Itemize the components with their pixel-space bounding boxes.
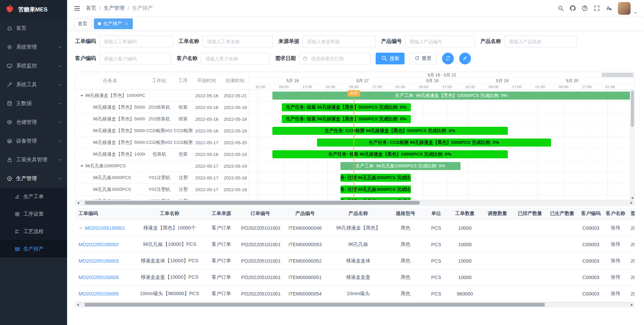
gantt-hour-label: 09:00 — [419, 84, 429, 90]
work-order-link[interactable]: MO202205150004 — [78, 275, 119, 280]
menu-fold-icon[interactable] — [74, 5, 80, 12]
source-doc-input[interactable] — [303, 36, 376, 47]
table-row[interactable]: MO202205150001移液盒【黑色】10000个客户订单PO2022051… — [75, 220, 635, 236]
gantt-bar[interactable]: 生产工单: 96孔移液盒【黑色】10000PCS 完成比例: 0% — [272, 92, 631, 100]
customer-code-input[interactable] — [99, 53, 171, 64]
sidebar-item-fixture-management[interactable]: 工装夹具管理 — [0, 150, 67, 169]
scrollbar-thumb[interactable] — [85, 303, 545, 307]
scroll-left-arrow-icon[interactable] — [75, 202, 81, 204]
work-order-link[interactable]: MO202205150005 — [78, 291, 119, 296]
scroll-left-arrow-icon[interactable] — [75, 304, 80, 306]
close-icon[interactable] — [125, 22, 129, 26]
gantt-bar[interactable]: 生产任务: 组装 96孔移液盒【黑色】5000PCS 完成比例: 0% — [282, 103, 411, 111]
sidebar-item-system-monitor[interactable]: 系统监控 — [0, 56, 67, 75]
scrollbar-thumb[interactable] — [631, 91, 634, 127]
gantt-task-row[interactable]: 96孔移液盒【黑色】10000PCS2022-05-162022-05-21 — [75, 90, 249, 102]
gantt-task-start: 2022-05-17 — [193, 164, 221, 169]
chevron-down-icon[interactable] — [78, 226, 83, 230]
scrollbar-thumb[interactable] — [85, 201, 420, 205]
work-order-code-input[interactable] — [99, 36, 173, 47]
sidebar-item-production-management[interactable]: 生产管理 — [0, 169, 67, 188]
gantt-task-row[interactable]: 96孔孔板10000PCS2022-05-172022-05-19 — [75, 160, 249, 172]
gantt-vertical-scrollbar[interactable] — [630, 90, 634, 200]
github-icon[interactable] — [570, 5, 576, 11]
orders-cell: MO202205150005 — [75, 285, 136, 302]
gantt-horizontal-scrollbar[interactable] — [75, 200, 634, 205]
sidebar-item-system-management[interactable]: 系统管理 — [0, 38, 67, 56]
table-row[interactable]: MO202205150003移液盒盒体【10000】PCS客户订单PO20220… — [75, 253, 635, 269]
filter-label: 来源单据 — [278, 38, 299, 45]
product-name-input[interactable] — [504, 36, 577, 47]
work-order-link[interactable]: MO202205150001 — [85, 225, 125, 231]
fullscreen-icon[interactable] — [594, 5, 600, 11]
gantt-task-row[interactable]: 96孔移液盒【黑色】5000PCSCCD检测#02CCD检测2022-05-17… — [75, 137, 249, 149]
gantt-bar[interactable]: 生产任务: 组装 96孔移液盒【黑色】5000PCS 完成比例: 0% — [282, 115, 411, 123]
gantt-task-station: 包装机 — [145, 151, 174, 157]
caret-down-icon[interactable] — [634, 11, 637, 15]
table-row[interactable]: MO20220515000296孔孔板【10000】PCS客户订单PO20220… — [75, 236, 635, 253]
gantt-task-row[interactable]: 96孔移液盒【黑色】5000PCSCCD检测#01CCD检测2022-05-16… — [75, 125, 249, 137]
sidebar-item-production-scheduling[interactable]: 生产排产 — [0, 240, 67, 258]
scrollbar-track[interactable] — [81, 200, 629, 206]
sidebar-item-process-flow[interactable]: 工艺流程 — [0, 223, 67, 240]
tab-0[interactable]: 首页 — [74, 18, 91, 29]
gantt-bar[interactable]: 生产工单: 96孔孔板10000PCS 完成比例: 0% — [340, 162, 461, 170]
breadcrumb-item[interactable]: 首页 — [86, 5, 96, 12]
gantt-bar[interactable]: 生产任务: 注塑 96孔孔板3000PCS 完成比例: 0% — [340, 197, 411, 200]
scroll-down-arrow-icon[interactable] — [631, 197, 634, 199]
triangle-down-icon[interactable] — [80, 94, 84, 97]
search-button[interactable]: 搜索 — [376, 53, 405, 64]
table-row[interactable]: MO20220515000510mm吸头【960000】PCS客户订单PO202… — [75, 285, 635, 302]
gantt-task-row[interactable]: 96孔移液盒【黑色】5000PCSZ02组装机组装2022-05-162022-… — [75, 113, 249, 125]
sidebar-item-home[interactable]: 首页 — [0, 19, 67, 38]
gantt-column-header: 任务名 — [75, 78, 145, 84]
work-order-name-input[interactable] — [203, 36, 273, 47]
work-order-link[interactable]: MO202205150002 — [78, 242, 119, 247]
breadcrumb-item[interactable]: 生产管理 — [104, 5, 124, 12]
filter-field-work-order-name: 工单名称 — [178, 36, 273, 47]
table-row[interactable]: MO202205150004移液盒盒盖【10000】PCS客户订单PO20220… — [75, 269, 635, 285]
gantt-task-row[interactable]: 96孔移液盒【黑色】10000PCS包装机包装2022-05-162022-05… — [75, 149, 249, 160]
work-order-link[interactable]: MO202205150003 — [78, 258, 119, 264]
orders-horizontal-scrollbar[interactable] — [75, 302, 635, 308]
scrollbar-track[interactable] — [80, 302, 629, 308]
sidebar-item-system-tools[interactable]: 系统工具 — [0, 75, 67, 94]
app-logo[interactable]: 苦糖果MES — [0, 0, 67, 19]
triangle-down-icon[interactable] — [80, 164, 84, 168]
gantt-task-end: 2022-05-20 — [221, 140, 249, 145]
gantt-bar[interactable]: 生产任务: 包装 96孔移液盒【黑色】10000PCS 完成比例: 0% — [272, 150, 508, 158]
gantt-bar[interactable]: 生产任务: CCD检测 96孔移液盒【黑色】5000PCS 完成比例: 0% — [317, 139, 551, 147]
font-size-icon[interactable] — [606, 5, 612, 11]
search-icon[interactable] — [557, 5, 564, 11]
gantt-bar[interactable]: 生产任务: CCD检测 96孔移液盒【黑色】5000PCS 完成比例: 0% — [272, 127, 508, 135]
sidebar-item-production-work-order[interactable]: 生产工单 — [0, 188, 67, 205]
sidebar-item-master-data[interactable]: 主数据 — [0, 94, 67, 113]
orders-cell: 96孔孔板 — [329, 236, 387, 253]
question-icon[interactable] — [582, 5, 588, 11]
scroll-right-arrow-icon[interactable] — [629, 304, 635, 306]
gantt-bar[interactable]: 生产任务: 注塑 96孔孔板3000PCS 完成比例: 0% — [340, 185, 411, 194]
product-code-input[interactable] — [405, 36, 475, 47]
orders-column-header: 需求日期 — [627, 208, 635, 220]
gantt-task-row[interactable]: 96孔移液盒【黑色】5000PCSZ01组装机组装2022-05-162022-… — [75, 102, 249, 113]
gantt-task-process: 注塑 — [174, 175, 193, 181]
demand-date-input[interactable] — [299, 53, 370, 64]
scroll-right-arrow-icon[interactable] — [629, 202, 634, 204]
customer-name-input[interactable] — [201, 53, 270, 64]
avatar[interactable] — [618, 2, 631, 15]
filter-form: 工单编码工单名称来源单据产品编号产品名称 客户编码客户名称需求日期搜索重置 — [67, 31, 644, 70]
refresh-gantt-button[interactable] — [442, 53, 454, 64]
sidebar-item-warehouse-management[interactable]: 仓储管理 — [0, 113, 67, 131]
gantt-range-label: 5月 16 - 5月 22 — [428, 73, 456, 77]
edit-schedule-button[interactable] — [459, 53, 471, 64]
gantt-bar[interactable]: 生产任务: 注塑 96孔孔板3000PCS 完成比例: 0% — [340, 174, 411, 182]
gantt-day-label: 5月 19 — [467, 78, 537, 84]
reset-button[interactable]: 重置 — [409, 53, 437, 64]
gantt-task-row[interactable]: 96孔孔板3000PCSY02注塑机注塑2022-05-172022-05-18 — [75, 184, 249, 196]
sidebar-item-process-settings[interactable]: 工序设置 — [0, 205, 67, 223]
gantt-task-row[interactable]: 96孔孔板3000PCSY03注塑机注塑2022-05-172022-05-18 — [75, 196, 249, 200]
sidebar-item-equipment-management[interactable]: 设备管理 — [0, 131, 67, 150]
gantt-task-row[interactable]: 96孔孔板3000PCSY01注塑机注塑2022-05-172022-05-18 — [75, 172, 249, 184]
tab-active[interactable]: 生产排产 — [94, 18, 133, 29]
pencil-icon — [463, 56, 468, 62]
